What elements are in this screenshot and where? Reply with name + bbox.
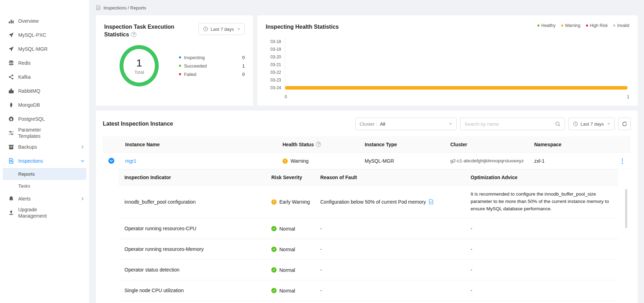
sidebar-item-kafka[interactable]: Kafka [0,70,89,84]
instance-row-mgr1: mgr1 Warning MySQL-MGR g2-c1-abcdefghijk… [103,153,631,169]
col-health-status: Health Status [277,142,359,147]
sidebar-item-label: Kafka [18,74,31,80]
sidebar-item-parameter-templates[interactable]: Parameter Templates [0,126,89,140]
reason-value: - [315,246,465,252]
search-input[interactable] [465,121,552,127]
detail-scrollbar-thumb[interactable] [625,189,627,228]
refresh-button[interactable] [618,118,631,130]
sidebar-item-rabbitmq[interactable]: RabbitMQ [0,84,89,98]
clock-icon [203,27,208,31]
advice-value: - [465,267,618,273]
main-content: Inspections / Reports Inspection Task Ex… [90,0,644,303]
sidebar-item-postgresql[interactable]: PostgreSQL [0,112,89,126]
check-icon [271,226,277,231]
legend-dot-icon [586,24,588,27]
chart-x-axis: 0 1 [285,94,629,99]
severity-badge: Normal [271,247,295,252]
col-optimization-advice: Optimization Advice [465,175,618,180]
check-icon [271,267,277,273]
row-actions-menu-icon[interactable] [614,157,631,165]
instance-type-value: MySQL-MGR [359,158,445,164]
instance-time-filter-select[interactable]: Last 7 days [568,118,615,130]
sidebar-item-mysql-mgr[interactable]: MySQL-MGR [0,42,89,56]
inspection-doc-icon [8,158,14,164]
instance-table-header: Instance Name Health Status Instance Typ… [103,136,631,153]
health-stats-title: Inspecting Health Statistics [266,23,339,31]
report-doc-icon [96,5,101,10]
help-icon[interactable] [316,142,321,147]
warning-icon [282,158,288,164]
advice-value: - [465,226,618,231]
warning-bar-03-24 [285,86,628,90]
database-icon [8,60,14,66]
cluster-filter-select[interactable]: Cluster : All [355,118,457,130]
indicator-value: Operator running resources-Memory [119,246,266,252]
severity-badge: Normal [271,226,295,232]
refresh-icon [622,121,627,127]
sidebar-item-overview[interactable]: Overview [0,14,89,28]
report-detail-icon[interactable] [429,199,434,204]
legend-dot-icon [561,24,563,27]
breadcrumb-path: Inspections / Reports [103,5,146,10]
sidebar-item-label: Upgrade Management [18,206,62,219]
caret-down-icon [607,123,610,125]
sidebar-item-label: MySQL-PXC [18,32,46,38]
legend-value: 0 [242,55,245,60]
sidebar-item-label: MySQL-MGR [18,46,48,52]
collapse-row-button[interactable] [108,158,114,164]
search-box [460,118,565,130]
col-reason-of-fault: Reason of Fault [315,175,465,180]
health-stats-card: Inspecting Health Statistics Healthy War… [257,15,638,106]
cluster-filter-value: All [380,121,385,127]
col-instance-type: Instance Type [359,142,445,147]
legend-item-inspecting[interactable]: Inspecting 0 [179,53,245,62]
archive-icon [8,144,14,150]
stats-row: Inspection Task Execution Statistics Las… [96,15,638,106]
sidebar-item-backups[interactable]: Backups [0,140,89,154]
sidebar-item-tasks[interactable]: Tasks [3,180,86,192]
sliders-icon [8,130,14,136]
legend-item-high-risk[interactable]: High Risk [586,23,608,28]
sidebar-item-reports[interactable]: Reports [3,168,86,180]
sidebar-item-mysql-pxc[interactable]: MySQL-PXC [0,28,89,42]
send-icon [8,32,14,38]
legend-item-healthy[interactable]: Healthy [537,23,556,28]
legend-item-failed[interactable]: Failed 0 [179,70,245,78]
caret-down-icon [237,28,240,30]
warning-icon [271,199,277,205]
chevron-right-icon [81,145,84,149]
indicator-value: innodb_buffer_pool configuration [119,199,266,205]
sidebar-item-mongodb[interactable]: MongoDB [0,98,89,112]
sidebar-item-alerts[interactable]: Alerts [0,192,89,206]
upgrade-arrow-icon [8,210,14,216]
detail-table-header: Inspection Indicator Risk Severity Reaso… [119,169,618,185]
col-inspection-indicator: Inspection Indicator [119,175,266,180]
reason-value: - [315,226,465,231]
detail-row: Operator running resources-Memory Normal… [119,239,618,260]
sidebar-item-upgrade-management[interactable]: Upgrade Management [0,206,89,220]
task-time-filter-select[interactable]: Last 7 days [199,23,245,35]
instance-name-link[interactable]: mgr1 [125,158,136,164]
help-icon[interactable] [131,32,136,37]
sidebar-item-redis[interactable]: Redis [0,56,89,70]
legend-item-warning[interactable]: Warning [561,23,580,28]
task-stats-card: Inspection Task Execution Statistics Las… [96,15,253,106]
clock-icon [573,121,578,126]
sidebar-item-inspections[interactable]: Inspections [0,154,89,168]
sidebar-item-label: Parameter Templates [18,127,62,139]
severity-badge: Normal [271,267,295,273]
donut-total-value: 1 [136,57,142,69]
health-legend: Healthy Warning High Risk Invalid [537,23,629,28]
search-icon[interactable] [555,121,560,127]
reason-value: - [315,288,465,293]
check-icon [271,247,277,252]
indicator-value: Operator status detection [119,267,266,273]
detail-row: Single node CPU utilization Normal - - [119,280,618,301]
task-stats-title: Inspection Task Execution Statistics [104,23,181,38]
postgresql-icon [8,116,14,122]
total-donut: 1 Total [120,45,159,86]
legend-item-succeeded[interactable]: Succeeded 1 [179,62,245,70]
legend-item-invalid[interactable]: Invalid [613,23,629,28]
sidebar-item-label: Alerts [18,196,31,202]
sidebar-item-label: Inspections [18,158,43,164]
